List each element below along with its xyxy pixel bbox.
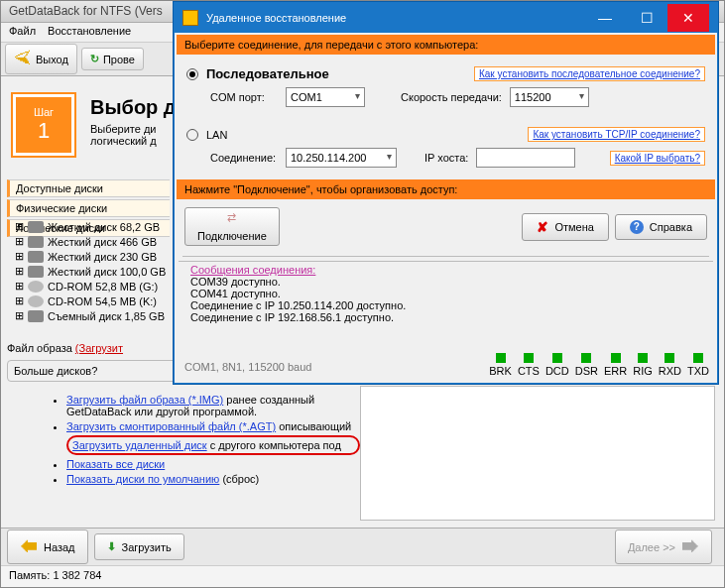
disk-label: Жесткий диск 466 GB	[48, 236, 157, 248]
help-icon: ?	[630, 220, 644, 234]
t: (сброс)	[219, 473, 259, 485]
list-item: Показать диски по умолчанию (сброс)	[66, 473, 360, 485]
msg-line: COM39 доступно.	[190, 276, 701, 288]
exit-button[interactable]: ⮘Выход	[5, 44, 77, 74]
l: Подключение	[197, 230, 267, 242]
serial-section: Последовательное Как установить последов…	[175, 57, 717, 117]
led-rxd: RXD	[659, 353, 681, 377]
l: Назад	[44, 541, 75, 553]
l: Отмена	[554, 221, 593, 233]
connect-icon: ⇄	[227, 211, 236, 224]
connect-button[interactable]: ⇄ Подключение	[184, 207, 280, 246]
section-header-press: Нажмите "Подключение", чтобы организоват…	[177, 179, 715, 199]
tab-physical[interactable]: Физические диски	[7, 199, 170, 217]
lan-hint-link[interactable]: Как установить TCP/IP соединение?	[528, 127, 705, 142]
arrow-right-icon: 🡆	[681, 536, 699, 557]
back-button[interactable]: 🡄Назад	[7, 529, 88, 564]
page-sub1: Выберите ди	[90, 123, 156, 135]
serial-hint-link[interactable]: Как установить последовательное соединен…	[474, 66, 705, 81]
show-default-link[interactable]: Показать диски по умолчанию	[66, 473, 219, 485]
step-badge: Шаг 1	[11, 92, 76, 158]
check-button[interactable]: ↻Прове	[81, 48, 144, 70]
tab-available[interactable]: Доступные диски	[7, 179, 170, 197]
list-item: Показать все диски	[66, 458, 360, 470]
page-header: Выбор д Выберите дилогический д	[90, 96, 177, 147]
exit-label: Выход	[36, 54, 68, 65]
disk-label: Жесткий диск 68,2 GB	[48, 221, 160, 233]
l: Справка	[650, 221, 692, 233]
preview-pane	[360, 386, 715, 521]
speed-combo[interactable]: 115200	[510, 87, 589, 107]
hdd-icon	[28, 236, 44, 248]
bottom-bar: 🡄Назад ⬇Загрузить Далее >>🡆	[1, 528, 724, 565]
host-label: IP хоста:	[424, 152, 468, 164]
t: с другого компьютера под	[207, 439, 341, 451]
x-icon: ✘	[537, 219, 548, 235]
led-err: ERR	[604, 353, 627, 377]
lan-radio[interactable]	[186, 129, 198, 141]
disk-label: Жесткий диск 100,0 GB	[48, 266, 166, 278]
exit-icon: ⮘	[14, 49, 32, 69]
cd-icon	[28, 295, 44, 307]
menu-file[interactable]: Файл	[9, 25, 36, 40]
arrow-left-icon: 🡄	[20, 536, 38, 557]
page-sub2: логический д	[90, 135, 157, 147]
refresh-icon: ↻	[90, 53, 99, 65]
hdd-icon	[28, 266, 44, 278]
serial-label: Последовательное	[206, 66, 329, 81]
led-dcd: DCD	[545, 353, 569, 377]
msg-line: COM41 доступно.	[190, 288, 701, 299]
separator	[182, 256, 709, 257]
check-label: Прове	[103, 54, 135, 65]
host-input[interactable]	[476, 148, 575, 168]
serial-radio[interactable]	[186, 68, 198, 80]
disk-label: CD-ROM 54,5 MB (K:)	[48, 295, 157, 307]
list-item: Загрузить смонтированный файл (*.AGT) оп…	[66, 420, 360, 432]
conn-label: Соединение:	[210, 152, 278, 164]
load-remote-link[interactable]: Загрузить удаленный диск	[72, 439, 207, 451]
minimize-button[interactable]: —	[584, 4, 626, 32]
step-number: 1	[38, 118, 50, 144]
file-image-line: Файл образа (Загрузит	[7, 342, 123, 354]
led-indicators: BRK CTS DCD DSR ERR RIG RXD TXD	[489, 353, 709, 377]
maximize-button[interactable]: ☐	[626, 4, 667, 32]
led-rig: RIG	[633, 353, 653, 377]
help-button[interactable]: ?Справка	[615, 214, 707, 240]
ip-hint-link[interactable]: Какой IP выбрать?	[610, 151, 705, 166]
led-dsr: DSR	[575, 353, 598, 377]
dialog-titlebar[interactable]: Удаленное восстановление — ☐ ✕	[175, 3, 717, 33]
step-label: Шаг	[34, 106, 54, 118]
messages-header: Сообщения соединения:	[190, 264, 701, 276]
usb-icon	[28, 310, 44, 322]
menu-recover[interactable]: Восстановление	[48, 25, 131, 40]
lan-section: LAN Как установить TCP/IP соединение? Со…	[175, 117, 717, 177]
more-links: Загрузить файл образа (*.IMG) ранее созд…	[7, 391, 360, 488]
msg-line: Соединение с IP 192.168.56.1 доступно.	[190, 311, 701, 323]
disk-label: CD-ROM 52,8 MB (G:)	[48, 281, 158, 293]
baud-status: COM1, 8N1, 115200 baud	[184, 361, 311, 373]
load-mounted-link[interactable]: Загрузить смонтированный файл (*.AGT)	[66, 420, 276, 432]
connection-combo[interactable]: 10.250.114.200	[286, 148, 397, 168]
show-all-link[interactable]: Показать все диски	[66, 458, 165, 470]
com-port-combo[interactable]: COM1	[286, 87, 365, 107]
list-item: Загрузить удаленный диск с другого компь…	[66, 435, 360, 455]
t: описывающий	[276, 420, 351, 432]
load-button[interactable]: ⬇Загрузить	[94, 533, 184, 560]
hdd-icon	[28, 251, 44, 263]
dialog-title: Удаленное восстановление	[206, 12, 346, 24]
next-button[interactable]: Далее >>🡆	[615, 529, 712, 564]
statusbar: Память: 1 382 784	[1, 565, 724, 587]
list-item: Загрузить файл образа (*.IMG) ранее созд…	[66, 394, 360, 417]
close-button[interactable]: ✕	[667, 4, 709, 32]
load-image-link[interactable]: Загрузить файл образа (*.IMG)	[66, 394, 223, 406]
cancel-button[interactable]: ✘Отмена	[522, 213, 608, 241]
download-icon: ⬇	[107, 540, 116, 553]
l: Далее >>	[628, 541, 675, 553]
file-lbl: Файл образа	[7, 342, 75, 354]
speed-label: Скорость передачи:	[401, 91, 502, 103]
disk-label: Съемный диск 1,85 GB	[48, 310, 165, 322]
app-icon	[182, 10, 198, 26]
hdd-icon	[28, 221, 44, 233]
section-header-select: Выберите соединение, для передачи с этог…	[177, 35, 715, 55]
file-link[interactable]: (Загрузит	[75, 342, 123, 354]
